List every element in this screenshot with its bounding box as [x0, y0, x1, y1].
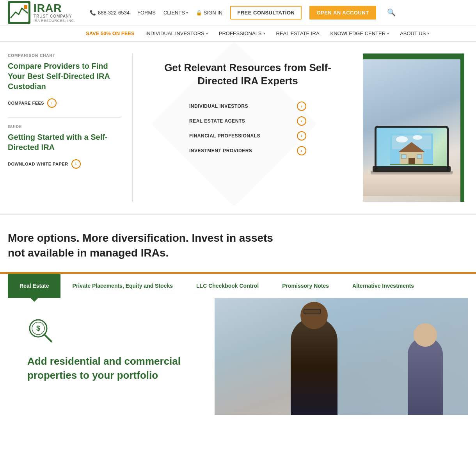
svg-marker-2 — [24, 5, 27, 9]
house-on-screen-svg — [390, 134, 433, 165]
resource-link-investment-providers[interactable]: INVESTMENT PROVIDERS › — [189, 146, 306, 155]
tab-real-estate-label: Real Estate — [20, 282, 49, 289]
investment-section: $ Add residential and commercial propert… — [0, 298, 476, 415]
resource-link-individual-investors[interactable]: INDIVIDUAL INVESTORS › — [189, 102, 306, 111]
free-consultation-button[interactable]: FREE CONSULTATION — [230, 6, 302, 20]
clients-chevron-icon: ▾ — [186, 11, 188, 15]
individual-investors-label: INDIVIDUAL INVESTORS — [146, 30, 204, 36]
person2-head — [414, 323, 437, 347]
svg-rect-10 — [401, 155, 406, 159]
hero-image — [363, 59, 460, 202]
investment-content: $ Add residential and commercial propert… — [20, 298, 215, 415]
professionals-label: PROFESSIONALS — [219, 30, 262, 36]
tabs-row: Real Estate Private Placements, Equity a… — [8, 274, 468, 298]
logo-trust-text: TRUST COMPANY — [34, 14, 75, 19]
resource-real-estate-agents-arrow-icon: › — [297, 116, 306, 126]
laptop-scene — [363, 59, 460, 202]
about-us-label: ABOUT US — [400, 30, 426, 36]
tab-promissory-notes[interactable]: Promissory Notes — [270, 274, 341, 298]
compare-fees-arrow-icon: › — [47, 98, 57, 108]
building-background — [316, 298, 468, 415]
knowledge-center-link[interactable]: KNOWLEDGE CENTER ▾ — [330, 30, 389, 36]
card-divider — [8, 117, 121, 118]
person2-body — [408, 337, 443, 415]
person1-body — [291, 317, 337, 415]
compare-fees-link[interactable]: COMPARE FEES › — [8, 98, 121, 108]
resource-financial-professionals-label: FINANCIAL PROFESSIONALS — [189, 133, 260, 139]
logo-main-text: IRAR — [34, 3, 75, 14]
download-white-paper-link[interactable]: DOWNLOAD WHITE PAPER › — [8, 159, 121, 169]
download-arrow-icon: › — [71, 159, 81, 169]
svg-line-15 — [44, 335, 52, 342]
tab-private-placements-label: Private Placements, Equity and Stocks — [72, 282, 173, 289]
search-button[interactable]: 🔍 — [387, 8, 396, 17]
svg-rect-9 — [409, 158, 415, 164]
keyboard — [373, 166, 451, 172]
resource-link-financial-professionals[interactable]: FINANCIAL PROFESSIONALS › — [189, 131, 306, 141]
hero-image-container — [363, 53, 464, 202]
resource-real-estate-agents-label: REAL ESTATE AGENTS — [189, 118, 245, 124]
tab-real-estate[interactable]: Real Estate — [8, 274, 60, 298]
resource-financial-professionals-arrow-icon: › — [297, 131, 306, 141]
clients-link[interactable]: CLIENTS ▾ — [163, 10, 188, 16]
tab-llc-checkbook[interactable]: LLC Checkbook Control — [185, 274, 270, 298]
tagline-section: More options. More diversification. Inve… — [0, 214, 476, 272]
tab-private-placements[interactable]: Private Placements, Equity and Stocks — [60, 274, 185, 298]
logo-icon — [8, 1, 30, 24]
hero-center-title: Get Relevant Resources from Self-Directe… — [148, 61, 347, 88]
hero-image-panel — [363, 53, 468, 202]
tab-promissory-notes-label: Promissory Notes — [282, 282, 329, 289]
search-icon: 🔍 — [387, 9, 396, 16]
hero-center-panel: Get Relevant Resources from Self-Directe… — [133, 53, 363, 202]
open-account-button[interactable]: OPEN AN ACCOUNT — [309, 6, 376, 20]
investment-image — [215, 298, 468, 415]
tab-llc-checkbook-label: LLC Checkbook Control — [196, 282, 259, 289]
investment-icon-container: $ — [27, 317, 199, 346]
clients-label: CLIENTS — [163, 10, 185, 16]
resource-investment-providers-label: INVESTMENT PROVIDERS — [189, 148, 252, 153]
top-nav-links: 📞 888-322-6534 FORMS CLIENTS ▾ 🔒 SIGN IN… — [90, 6, 468, 20]
professionals-chevron-icon: ▾ — [263, 31, 265, 36]
professionals-link[interactable]: PROFESSIONALS ▾ — [219, 30, 265, 36]
magnify-dollar-icon: $ — [27, 317, 55, 345]
individual-investors-link[interactable]: INDIVIDUAL INVESTORS ▾ — [146, 30, 208, 36]
logo-sub-text: IRA RESOURCES, INC. — [34, 19, 75, 23]
lock-icon: 🔒 — [196, 10, 202, 16]
phone-link[interactable]: 📞 888-322-6534 — [90, 10, 130, 16]
svg-point-5 — [396, 136, 408, 143]
tabs-section: Real Estate Private Placements, Equity a… — [0, 272, 476, 298]
phone-number: 888-322-6534 — [98, 10, 130, 16]
card1-title: Compare Providers to Find Your Best Self… — [8, 61, 121, 91]
resource-links-list: INDIVIDUAL INVESTORS › REAL ESTATE AGENT… — [189, 102, 306, 155]
top-navigation: IRAR TRUST COMPANY IRA RESOURCES, INC. 📞… — [0, 0, 476, 25]
individual-investors-chevron-icon: ▾ — [206, 31, 208, 36]
svg-point-6 — [413, 135, 422, 140]
main-navigation: SAVE 50% ON FEES INDIVIDUAL INVESTORS ▾ … — [0, 25, 476, 42]
resource-link-real-estate-agents[interactable]: REAL ESTATE AGENTS › — [189, 116, 306, 126]
svg-rect-11 — [417, 155, 422, 159]
tab-alternative-investments-label: Alternative Investments — [352, 282, 414, 289]
card1-label: COMPARISON CHART — [8, 53, 121, 58]
card2-title: Getting Started with a Self-Directed IRA — [8, 132, 121, 152]
phone-icon: 📞 — [90, 10, 96, 16]
logo[interactable]: IRAR TRUST COMPANY IRA RESOURCES, INC. — [8, 1, 78, 24]
hero-cards-panel: COMPARISON CHART Compare Providers to Fi… — [8, 53, 133, 202]
real-estate-ira-link[interactable]: REAL ESTATE IRA — [276, 30, 320, 36]
person1-head — [300, 302, 328, 329]
about-us-chevron-icon: ▾ — [427, 31, 429, 36]
sign-in-link[interactable]: 🔒 SIGN IN — [196, 10, 222, 16]
resource-individual-investors-arrow-icon: › — [297, 102, 306, 111]
knowledge-center-label: KNOWLEDGE CENTER — [330, 30, 386, 36]
resource-investment-providers-arrow-icon: › — [297, 146, 306, 155]
investment-title: Add residential and commercial propertie… — [27, 354, 199, 383]
resource-individual-investors-label: INDIVIDUAL INVESTORS — [189, 103, 248, 109]
about-us-link[interactable]: ABOUT US ▾ — [400, 30, 429, 36]
forms-link[interactable]: FORMS — [137, 10, 156, 16]
download-text: DOWNLOAD WHITE PAPER — [8, 162, 68, 166]
laptop-screen — [377, 128, 447, 171]
save-50-fees-link[interactable]: SAVE 50% ON FEES — [86, 30, 135, 36]
tab-alternative-investments[interactable]: Alternative Investments — [341, 274, 426, 298]
compare-fees-text: COMPARE FEES — [8, 101, 44, 105]
tagline-text: More options. More diversification. Inve… — [8, 231, 281, 260]
card2-label: GUIDE — [8, 125, 121, 129]
